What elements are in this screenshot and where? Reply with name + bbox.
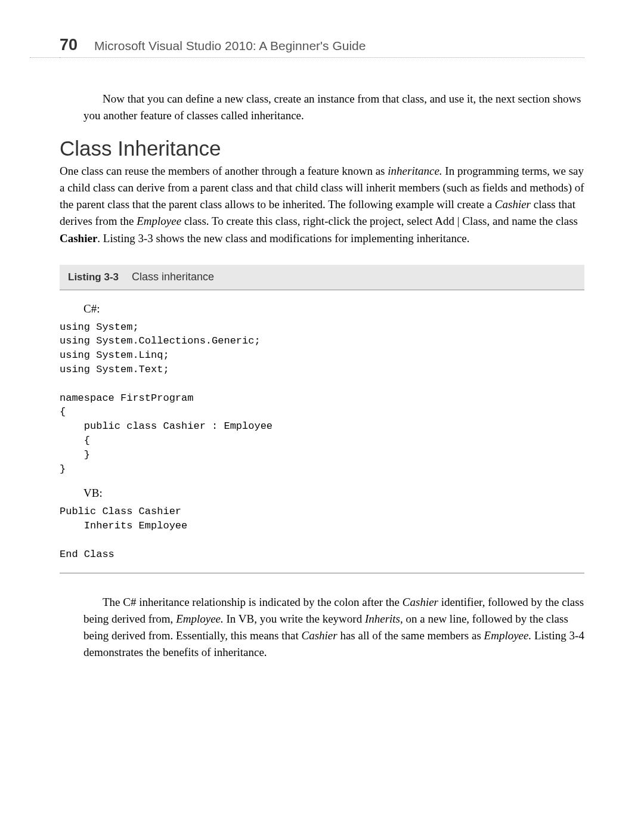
text: . Listing 3-3 shows the new class and mo… bbox=[97, 232, 469, 245]
code-divider bbox=[60, 573, 584, 574]
vb-code: Public Class Cashier Inherits Employee E… bbox=[60, 505, 584, 561]
closing-paragraph: The C# inheritance relationship is indic… bbox=[83, 594, 584, 661]
inheritance-em: inheritance. bbox=[388, 165, 442, 177]
csharp-code: using System; using System.Collections.G… bbox=[60, 320, 584, 477]
csharp-label: C#: bbox=[83, 302, 584, 315]
text: One class can reuse the members of anoth… bbox=[60, 165, 388, 177]
listing-caption: Class inheritance bbox=[132, 271, 214, 283]
text: class. To create this class, right-click… bbox=[181, 215, 578, 227]
cashier-bold: Cashier bbox=[60, 232, 97, 245]
text: In VB, you write the keyword bbox=[224, 612, 365, 625]
section-heading: Class Inheritance bbox=[60, 137, 584, 160]
cashier-em: Cashier bbox=[402, 596, 438, 608]
employee-em: Employee bbox=[137, 215, 181, 227]
intro-paragraph: Now that you can define a new class, cre… bbox=[83, 91, 584, 123]
header-title: Microsoft Visual Studio 2010: A Beginner… bbox=[94, 39, 366, 53]
cashier-em: Cashier bbox=[302, 629, 338, 642]
page-header: 70 Microsoft Visual Studio 2010: A Begin… bbox=[60, 36, 584, 58]
cashier-em: Cashier bbox=[495, 198, 531, 211]
page-number: 70 bbox=[60, 36, 78, 54]
listing-label: Listing 3-3 bbox=[68, 271, 119, 283]
inherits-em: Inherits, bbox=[365, 612, 403, 625]
text: The C# inheritance relationship is indic… bbox=[103, 596, 402, 608]
text: has all of the same members as bbox=[338, 629, 484, 642]
section-body: One class can reuse the members of anoth… bbox=[60, 163, 584, 247]
employee-em: Employee. bbox=[484, 629, 532, 642]
listing-bar: Listing 3-3 Class inheritance bbox=[60, 265, 584, 290]
vb-label: VB: bbox=[83, 487, 584, 500]
employee-em: Employee. bbox=[176, 612, 224, 625]
